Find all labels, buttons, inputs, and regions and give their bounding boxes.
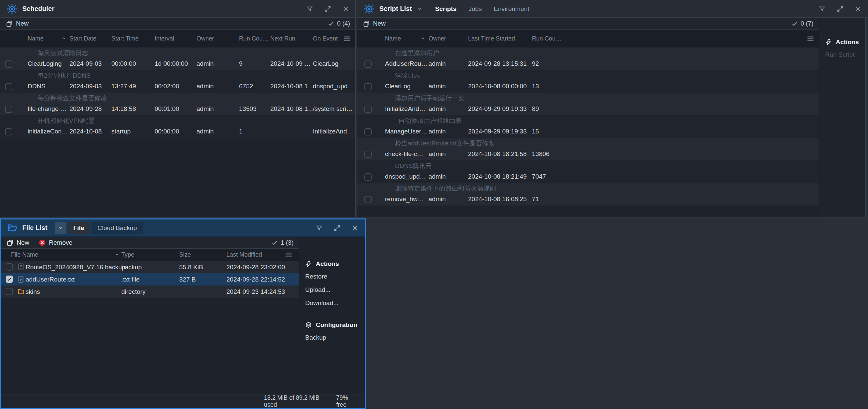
scheduler-entry: 每天凌晨清除日志 ClearLoging 2024-09-03 00:00:00… (0, 47, 355, 70)
row-checkbox[interactable] (364, 151, 372, 158)
column-header-interval[interactable]: Interval (155, 30, 174, 47)
tab-file[interactable]: File (67, 222, 90, 234)
row-checkbox[interactable] (364, 128, 372, 135)
scrollbar-track[interactable] (865, 18, 868, 217)
maximize-icon[interactable] (334, 225, 341, 232)
selection-count[interactable]: 0 (4) (328, 20, 350, 27)
column-menu-icon[interactable] (807, 36, 813, 41)
remove-button[interactable]: Remove (38, 239, 72, 246)
cell-start-date: 2024-09-03 (69, 58, 102, 69)
column-header-name[interactable]: Name (385, 30, 401, 47)
cell-last-time-started: 2024-10-08 00:00:00 (468, 81, 527, 92)
selection-count[interactable]: 0 (7) (791, 20, 813, 27)
row-checkbox[interactable] (364, 196, 372, 203)
column-header-last-time-started[interactable]: Last Time Started (468, 30, 515, 47)
row-checkbox[interactable] (5, 106, 12, 113)
file-list-titlebar: File List File Cloud Backup (1, 219, 365, 237)
new-button[interactable]: New (6, 239, 29, 246)
cell-name: InitializeAnd… (385, 103, 425, 114)
run-script-action[interactable]: Run Script (825, 48, 865, 61)
cell-owner: admin (429, 58, 446, 69)
cell-interval: 1d 00:00:00 (155, 58, 188, 69)
table-row[interactable]: ManageUser… admin 2024-09-29 09:19:33 15 (358, 126, 819, 138)
cell-next-run: 2024-10-08 1… (270, 103, 314, 114)
entry-comment: 每分钟检查文件是否修改 (37, 93, 107, 103)
row-checkbox[interactable] (6, 263, 13, 271)
column-header-start-time[interactable]: Start Time (112, 30, 138, 47)
table-row[interactable]: InitializeAnd… admin 2024-09-29 09:19:33… (358, 103, 819, 115)
cell-owner: admin (196, 103, 214, 114)
script-table-header: Name Owner Last Time Started Run Cou… (358, 30, 819, 47)
sort-asc-icon[interactable] (115, 252, 119, 257)
new-button[interactable]: New (363, 20, 385, 27)
row-checkbox[interactable] (5, 128, 12, 135)
cell-run-count: 13 (532, 81, 539, 92)
sort-asc-icon[interactable] (421, 36, 425, 41)
column-header-owner[interactable]: Owner (429, 30, 446, 47)
cell-last-time-started: 2024-09-28 13:15:31 (468, 58, 527, 69)
cell-last-modified: 2024-09-28 23:02:00 (226, 261, 285, 273)
table-row-selected[interactable]: addUserRoute.txt .txt file 327 B 2024-09… (1, 273, 299, 285)
column-header-run-count[interactable]: Run Cou… (532, 30, 561, 47)
row-checkbox[interactable] (364, 173, 372, 180)
table-row[interactable]: RouteOS_20240928_V7.16.backup backup 55.… (1, 261, 299, 273)
row-checkbox[interactable] (364, 83, 372, 90)
backup-action[interactable]: Backup (305, 331, 365, 344)
row-checkbox-checked[interactable] (6, 276, 13, 283)
column-header-start-date[interactable]: Start Date (69, 30, 96, 47)
tab-cloud-backup[interactable]: Cloud Backup (91, 222, 143, 234)
tab-scripts[interactable]: Scripts (435, 5, 457, 12)
column-header-name[interactable]: Name (28, 30, 43, 47)
row-checkbox[interactable] (364, 106, 372, 113)
scheduler-entry: 每分钟检查文件是否修改 file-change-… 2024-09-28 14:… (0, 93, 355, 115)
selection-count[interactable]: 1 (3) (271, 239, 293, 246)
row-checkbox[interactable] (5, 60, 12, 68)
tab-environment[interactable]: Environment (494, 5, 529, 12)
table-row[interactable]: ClearLog admin 2024-10-08 00:00:00 13 (358, 81, 819, 93)
row-checkbox[interactable] (5, 83, 12, 90)
close-icon[interactable] (351, 225, 359, 232)
column-header-last-modified[interactable]: Last Modified (226, 249, 262, 261)
maximize-icon[interactable] (836, 5, 844, 12)
table-row[interactable]: ClearLoging 2024-09-03 00:00:00 1d 00:00… (0, 58, 355, 70)
table-row[interactable]: check-file-c… admin 2024-10-08 18:21:58 … (358, 148, 819, 160)
table-row[interactable]: skins directory 2024-09-23 14:24:53 (1, 285, 299, 298)
window-menu-chevron[interactable] (55, 222, 66, 234)
cell-name: initializeCon… (28, 126, 68, 137)
column-header-run-count[interactable]: Run Cou… (239, 30, 269, 47)
column-header-owner[interactable]: Owner (196, 30, 214, 47)
maximize-icon[interactable] (324, 5, 332, 12)
column-header-file-name[interactable]: File Name (11, 249, 38, 261)
tab-jobs[interactable]: Jobs (468, 5, 482, 12)
table-row[interactable]: file-change-… 2024-09-28 14:18:58 00:01:… (0, 103, 355, 115)
table-row[interactable]: AddUserRou… admin 2024-09-28 13:15:31 92 (358, 58, 819, 70)
close-icon[interactable] (855, 5, 862, 12)
filter-icon[interactable] (306, 5, 313, 12)
scheduler-table-body: 每天凌晨清除日志 ClearLoging 2024-09-03 00:00:00… (0, 47, 355, 138)
filter-icon[interactable] (818, 5, 826, 12)
row-checkbox[interactable] (6, 288, 13, 295)
cell-file-name: RouteOS_20240928_V7.16.backup (26, 261, 125, 273)
table-row[interactable]: initializeCon… 2024-10-08 startup 00:00:… (0, 126, 355, 138)
restore-action[interactable]: Restore (305, 270, 365, 283)
column-header-size[interactable]: Size (179, 249, 191, 261)
column-header-type[interactable]: Type (121, 249, 134, 261)
cell-run-count: 15 (532, 126, 539, 137)
column-menu-icon[interactable] (344, 36, 350, 41)
column-header-on-event[interactable]: On Event (313, 30, 338, 47)
column-header-next-run[interactable]: Next Run (270, 30, 295, 47)
upload-action[interactable]: Upload... (305, 283, 365, 297)
new-button[interactable]: New (6, 20, 29, 27)
sort-asc-icon[interactable] (62, 36, 66, 41)
table-row[interactable]: remove_hw… admin 2024-10-08 16:08:25 71 (358, 194, 819, 205)
close-icon[interactable] (342, 5, 349, 12)
table-row[interactable]: DDNS 2024-09-03 13:27:49 00:02:00 admin … (0, 81, 355, 93)
chevron-down-icon[interactable] (416, 6, 422, 12)
download-action[interactable]: Download... (305, 297, 365, 310)
window-title: File List (22, 224, 48, 232)
row-checkbox[interactable] (364, 60, 372, 68)
cell-start-time: 13:27:49 (112, 81, 136, 92)
column-menu-icon[interactable] (285, 252, 291, 258)
filter-icon[interactable] (315, 225, 323, 232)
table-row[interactable]: dnspod_upd… admin 2024-10-08 18:21:49 70… (358, 171, 819, 183)
